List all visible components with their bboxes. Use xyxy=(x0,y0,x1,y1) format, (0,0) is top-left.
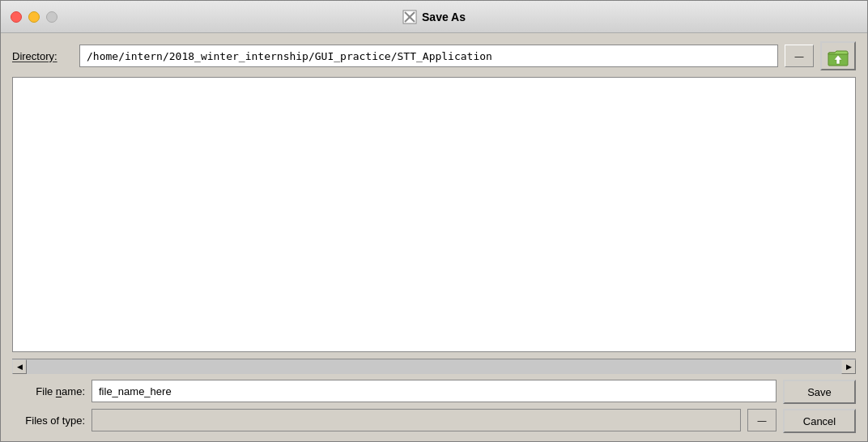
titlebar-title: Save As xyxy=(402,10,466,24)
files-of-type-row: Files of type: — xyxy=(12,409,777,431)
upload-button[interactable] xyxy=(820,41,856,70)
close-button[interactable] xyxy=(11,11,22,23)
save-button[interactable]: Save xyxy=(783,380,856,404)
directory-dash-button[interactable]: — xyxy=(785,45,814,67)
cancel-button[interactable]: Cancel xyxy=(783,409,856,433)
right-arrow-icon: ▶ xyxy=(846,363,852,371)
file-name-label: File name: xyxy=(12,385,85,397)
upload-icon xyxy=(827,45,849,67)
action-buttons: Save Cancel xyxy=(783,380,856,433)
files-of-type-value xyxy=(91,409,741,431)
files-of-type-label: Files of type: xyxy=(12,414,85,427)
horizontal-scrollbar: ◀ ▶ xyxy=(12,359,856,373)
form-fields: File name: Files of type: — xyxy=(12,380,777,433)
maximize-button[interactable] xyxy=(46,11,57,23)
dialog-content: Directory: — ◀ xyxy=(1,33,867,441)
titlebar: Save As xyxy=(1,1,867,33)
dash-icon: — xyxy=(795,51,804,61)
window-title: Save As xyxy=(422,11,466,23)
save-as-dialog: Save As Directory: — xyxy=(0,0,868,442)
scroll-left-button[interactable]: ◀ xyxy=(12,359,27,374)
file-browser[interactable] xyxy=(12,77,856,352)
directory-row: Directory: — xyxy=(12,41,856,70)
window-controls xyxy=(11,11,57,23)
minimize-button[interactable] xyxy=(28,11,40,23)
scrollbar-track[interactable] xyxy=(27,359,841,374)
left-arrow-icon: ◀ xyxy=(17,363,23,371)
file-name-underline: n xyxy=(56,385,62,397)
app-icon xyxy=(402,10,417,24)
directory-label: Directory: xyxy=(12,50,73,62)
files-of-type-dropdown-button[interactable]: — xyxy=(747,409,777,431)
file-name-input[interactable] xyxy=(91,380,777,402)
bottom-form: File name: Files of type: — Save Cancel xyxy=(12,380,856,433)
file-name-row: File name: xyxy=(12,380,777,402)
scroll-right-button[interactable]: ▶ xyxy=(841,359,856,374)
directory-input[interactable] xyxy=(79,45,778,67)
dropdown-arrow-icon: — xyxy=(758,415,767,425)
